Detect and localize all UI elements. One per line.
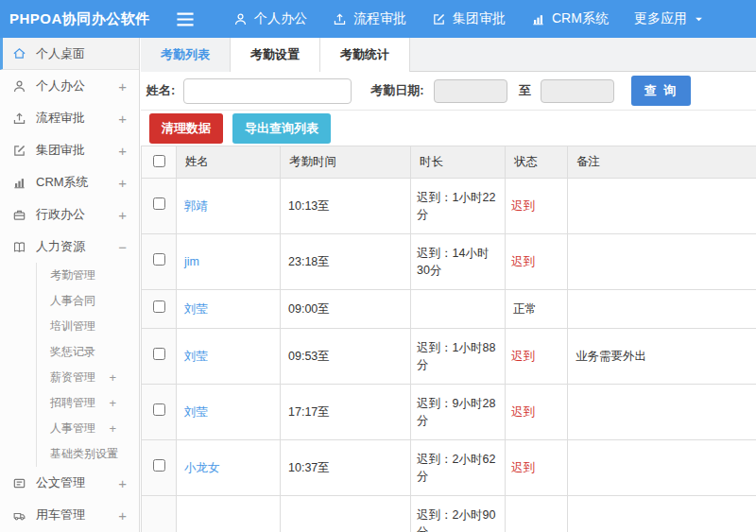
- sidebar-subitem-personnel-contract[interactable]: 人事合同: [37, 288, 139, 314]
- sidebar-item-group-approval[interactable]: 集团审批+: [0, 134, 139, 166]
- row-checkbox[interactable]: [153, 459, 165, 472]
- employee-name-link[interactable]: 小龙女: [184, 461, 220, 474]
- book-icon: [12, 240, 27, 254]
- sidebar-item-label: 用车管理: [36, 506, 85, 523]
- employee-name-link[interactable]: 郭靖: [184, 199, 208, 213]
- topnav-more-apps[interactable]: 更多应用: [634, 10, 704, 27]
- date-to-input[interactable]: [541, 79, 614, 103]
- status: 迟到: [506, 385, 568, 440]
- briefcase-icon: [12, 208, 27, 222]
- expand-plus-icon[interactable]: +: [109, 396, 116, 410]
- duration: 迟到：2小时62分: [411, 440, 506, 496]
- column-header-4: 备注: [568, 146, 756, 179]
- sidebar-item-workflow-approval[interactable]: 流程审批+: [0, 102, 139, 134]
- tab-bar: 考勤列表考勤设置考勤统计: [141, 38, 756, 72]
- sidebar: 个人桌面个人办公+流程审批+集团审批+CRM系统+行政办公+人力资源−考勤管理人…: [0, 38, 140, 532]
- duration: 迟到：1小时88分: [411, 329, 506, 385]
- select-all-checkbox[interactable]: [153, 155, 165, 167]
- expand-plus-icon[interactable]: +: [118, 78, 127, 94]
- attendance-time: 10:13至: [281, 179, 411, 234]
- flow-icon: [12, 112, 27, 126]
- remark: [568, 290, 756, 329]
- sidebar-subitem-label: 基础类别设置: [50, 446, 118, 462]
- tab-attendance-list[interactable]: 考勤列表: [141, 38, 231, 72]
- topnav-label: 流程审批: [353, 10, 406, 27]
- expand-plus-icon[interactable]: +: [109, 370, 116, 385]
- status: 迟到: [506, 179, 568, 234]
- name-filter-label: 姓名:: [146, 82, 175, 99]
- user-icon: [233, 12, 248, 26]
- attendance-time: 09:00至: [281, 290, 411, 329]
- tab-attendance-settings[interactable]: 考勤设置: [230, 38, 320, 72]
- sidebar-subitem-recruitment-management[interactable]: 招聘管理+: [37, 390, 139, 416]
- duration: 迟到：1小时22分: [411, 179, 506, 234]
- status: 正常: [506, 290, 568, 329]
- row-checkbox[interactable]: [153, 348, 165, 360]
- topnav-crm-system[interactable]: CRM系统: [531, 10, 609, 27]
- sidebar-subitem-attendance-management[interactable]: 考勤管理: [37, 263, 139, 288]
- collapse-minus-icon[interactable]: −: [118, 239, 127, 255]
- status: 迟到: [506, 329, 568, 385]
- sidebar-subitem-training-management[interactable]: 培训管理: [37, 314, 139, 339]
- row-checkbox[interactable]: [153, 253, 165, 266]
- sidebar-item-document-management[interactable]: 公文管理+: [0, 467, 139, 499]
- employee-name-link[interactable]: 刘莹: [184, 302, 208, 316]
- edit-icon: [12, 144, 27, 158]
- row-checkbox[interactable]: [153, 403, 165, 416]
- expand-plus-icon[interactable]: +: [118, 175, 127, 191]
- attendance-time: 10:54至10:54: [281, 496, 411, 532]
- sidebar-subitem-salary-management[interactable]: 薪资管理+: [37, 365, 139, 390]
- row-checkbox[interactable]: [153, 300, 165, 313]
- sidebar-item-admin-office[interactable]: 行政办公+: [0, 198, 139, 231]
- topnav-group-approval[interactable]: 集团审批: [432, 10, 506, 27]
- user-icon: [12, 79, 27, 94]
- employee-name-link[interactable]: 刘莹: [184, 350, 208, 363]
- sidebar-item-personal-office[interactable]: 个人办公+: [0, 70, 139, 102]
- remark: 1111: [568, 496, 756, 532]
- sidebar-subitem-basic-category-settings[interactable]: 基础类别设置+: [37, 441, 139, 467]
- sidebar-item-human-resources[interactable]: 人力资源−: [0, 231, 139, 263]
- sidebar-subitem-label: 奖惩记录: [50, 344, 95, 360]
- menu-toggle-icon[interactable]: [176, 12, 208, 26]
- row-checkbox[interactable]: [153, 197, 165, 210]
- topnav-workflow-approval[interactable]: 流程审批: [333, 10, 406, 27]
- status: 迟到: [506, 234, 568, 290]
- column-header-3: 状态: [506, 146, 568, 179]
- expand-plus-icon[interactable]: +: [109, 421, 116, 436]
- actions-bar: 清理数据 导出查询列表: [141, 111, 756, 146]
- remark: [568, 234, 756, 290]
- attendance-time: 17:17至: [281, 385, 411, 440]
- status: 迟到/早退: [506, 496, 568, 532]
- employee-name-link[interactable]: jim: [184, 255, 199, 268]
- expand-plus-icon[interactable]: +: [118, 111, 127, 127]
- sidebar-item-crm-system[interactable]: CRM系统+: [0, 166, 139, 198]
- sidebar-item-vehicle-management[interactable]: 用车管理+: [0, 499, 139, 531]
- clean-data-button[interactable]: 清理数据: [149, 113, 223, 144]
- status: 迟到: [506, 440, 568, 496]
- expand-plus-icon[interactable]: +: [118, 507, 127, 523]
- remark: 业务需要外出: [568, 329, 756, 385]
- name-filter-input[interactable]: [183, 78, 352, 104]
- expand-plus-icon[interactable]: +: [118, 207, 127, 223]
- remark: [568, 385, 756, 440]
- sidebar-item-personal-desktop[interactable]: 个人桌面: [0, 38, 139, 70]
- tab-attendance-stats[interactable]: 考勤统计: [319, 38, 410, 72]
- remark: [568, 440, 756, 496]
- table-row: 管理员10:54至10:54迟到：2小时90分 早退：7小时10分迟到/早退11…: [142, 496, 756, 532]
- expand-plus-icon[interactable]: +: [118, 475, 127, 491]
- expand-plus-icon[interactable]: +: [109, 447, 116, 461]
- export-list-button[interactable]: 导出查询列表: [232, 113, 331, 144]
- search-button[interactable]: 查 询: [631, 76, 692, 106]
- main-content: 考勤列表考勤设置考勤统计 姓名: 考勤日期: 至 查 询 清理数据 导出查询列表…: [141, 38, 756, 532]
- date-from-input[interactable]: [434, 79, 507, 103]
- sidebar-subitem-label: 人事合同: [50, 293, 95, 309]
- topnav-personal-office[interactable]: 个人办公: [233, 10, 307, 27]
- employee-name-link[interactable]: 刘莹: [184, 405, 208, 419]
- sidebar-subitem-personnel-management[interactable]: 人事管理+: [37, 416, 139, 441]
- sidebar-item-label: 个人办公: [36, 77, 85, 94]
- sidebar-subitem-reward-punishment-records[interactable]: 奖惩记录: [37, 339, 139, 365]
- topnav-label: 更多应用: [634, 10, 687, 27]
- car-icon: [12, 508, 27, 523]
- expand-plus-icon[interactable]: +: [118, 143, 127, 159]
- app-title: PHPOA协同办公软件: [0, 10, 176, 28]
